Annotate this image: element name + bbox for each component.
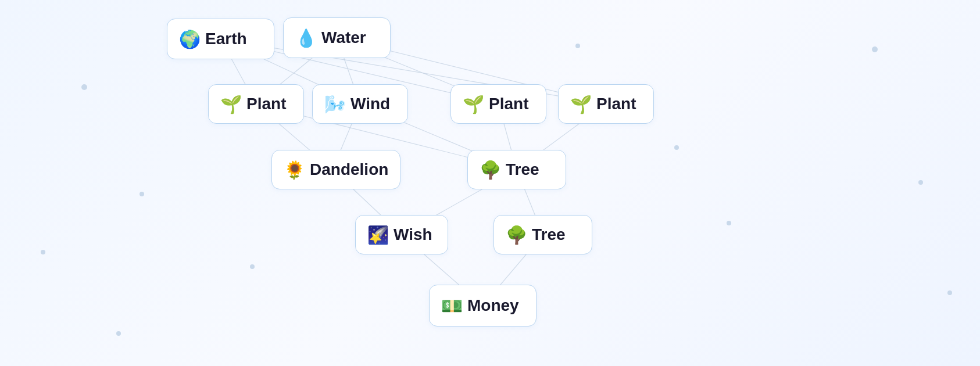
node-dandelion[interactable]: 🌻Dandelion	[271, 150, 400, 189]
node-label-plant2: Plant	[489, 95, 528, 113]
node-label-wind: Wind	[350, 95, 390, 113]
node-money[interactable]: 💵Money	[429, 285, 537, 326]
node-emoji-dandelion: 🌻	[284, 160, 305, 180]
node-tree1[interactable]: 🌳Tree	[467, 150, 566, 189]
node-wish[interactable]: 🌠Wish	[355, 215, 448, 254]
node-emoji-water: 💧	[295, 28, 317, 48]
node-label-tree2: Tree	[532, 225, 566, 244]
node-emoji-money: 💵	[441, 296, 463, 316]
node-label-earth: Earth	[205, 30, 247, 48]
node-emoji-tree2: 🌳	[506, 225, 527, 245]
node-emoji-wind: 🌬️	[324, 94, 346, 114]
node-label-water: Water	[321, 28, 366, 47]
node-label-dandelion: Dandelion	[310, 160, 388, 179]
node-label-money: Money	[467, 296, 519, 315]
node-tree2[interactable]: 🌳Tree	[493, 215, 592, 254]
node-label-plant1: Plant	[246, 95, 286, 113]
node-emoji-earth: 🌍	[179, 29, 201, 49]
node-plant3[interactable]: 🌱Plant	[558, 84, 654, 124]
node-emoji-wish: 🌠	[367, 225, 389, 245]
node-water[interactable]: 💧Water	[283, 17, 391, 58]
node-label-tree1: Tree	[506, 160, 539, 179]
node-wind[interactable]: 🌬️Wind	[312, 84, 408, 124]
node-emoji-plant3: 🌱	[570, 94, 592, 114]
node-emoji-plant2: 🌱	[463, 94, 484, 114]
node-plant2[interactable]: 🌱Plant	[450, 84, 546, 124]
node-emoji-tree1: 🌳	[480, 160, 501, 180]
node-plant1[interactable]: 🌱Plant	[208, 84, 304, 124]
node-earth[interactable]: 🌍Earth	[167, 19, 274, 59]
node-label-plant3: Plant	[596, 95, 636, 113]
node-emoji-plant1: 🌱	[220, 94, 242, 114]
node-label-wish: Wish	[394, 225, 432, 244]
